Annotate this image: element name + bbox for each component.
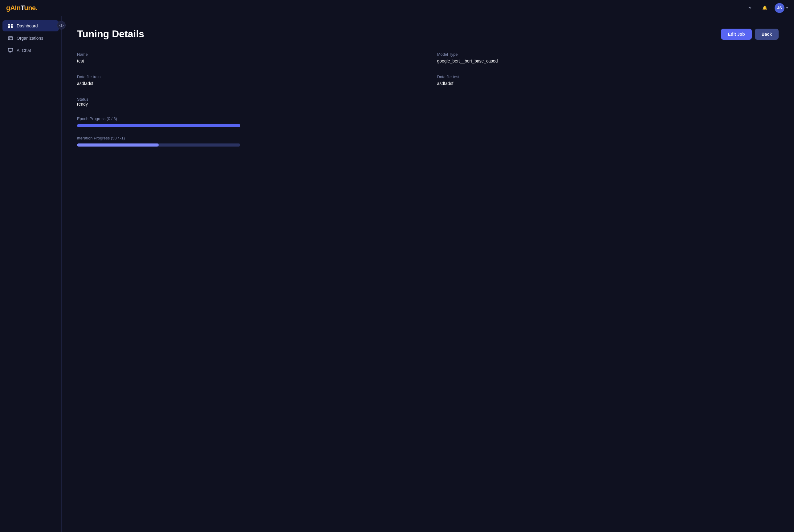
svg-rect-0 [8,24,10,25]
iteration-progress-section: Itteration Progress (50 / -1) [77,136,779,147]
svg-rect-4 [8,37,13,40]
field-model-type: Model Type google_bert__bert_base_cased [437,52,779,63]
svg-rect-3 [11,26,13,28]
epoch-progress-label: Epoch Progress (0 / 3) [77,116,779,121]
name-label: Name [77,52,419,57]
collapse-icon: ◁▷ [59,23,64,27]
back-button[interactable]: Back [755,28,779,40]
epoch-progress-track [77,124,240,127]
data-file-train-label: Data file train [77,75,419,79]
chevron-down-icon: ▾ [786,6,788,10]
sun-icon: ☀ [748,5,752,10]
main-content: Tuning Details Edit Job Back Name test M… [62,16,794,532]
data-file-train-value: asdfadsf [77,81,419,86]
data-file-test-value: asdfadsf [437,81,779,86]
field-data-file-test: Data file test asdfadsf [437,75,779,86]
fields-grid-row2: Data file train asdfadsf Data file test … [77,75,779,86]
svg-rect-1 [11,24,13,25]
iteration-progress-track [77,144,240,147]
status-label: Status [77,97,779,101]
main-layout: ◁▷ Dashboard Organization [0,16,794,532]
sidebar-item-ai-chat[interactable]: AI Chat [2,45,59,56]
header-buttons: Edit Job Back [721,28,779,40]
dashboard-icon [8,23,13,28]
user-menu-button[interactable]: JS ▾ [775,3,788,13]
svg-rect-7 [8,48,13,52]
bell-icon: 🔔 [762,5,768,10]
model-type-value: google_bert__bert_base_cased [437,58,779,63]
sidebar-item-dashboard-label: Dashboard [17,23,38,28]
logo: gAInTune. [6,4,37,12]
iteration-progress-label: Itteration Progress (50 / -1) [77,136,779,140]
name-value: test [77,58,419,63]
theme-toggle-button[interactable]: ☀ [745,3,755,13]
model-type-label: Model Type [437,52,779,57]
status-value: ready [77,101,779,107]
sidebar-item-organizations-label: Organizations [17,36,43,41]
sidebar-item-organizations[interactable]: Organizations [2,33,59,44]
topnav-right: ☀ 🔔 JS ▾ [745,3,788,13]
epoch-progress-fill [77,124,240,127]
content-header: Tuning Details Edit Job Back [77,28,779,40]
iteration-progress-fill [77,144,159,147]
sidebar: ◁▷ Dashboard Organization [0,16,62,532]
epoch-progress-section: Epoch Progress (0 / 3) [77,116,779,127]
edit-job-button[interactable]: Edit Job [721,28,752,40]
sidebar-item-ai-chat-label: AI Chat [17,48,31,53]
svg-rect-2 [8,26,10,28]
notifications-button[interactable]: 🔔 [760,3,770,13]
ai-chat-icon [8,48,13,53]
field-status: Status ready [77,97,779,107]
organizations-icon [8,36,13,41]
field-data-file-train: Data file train asdfadsf [77,75,419,86]
topnav: gAInTune. ☀ 🔔 JS ▾ [0,0,794,16]
sidebar-collapse-button[interactable]: ◁▷ [57,21,66,30]
field-name: Name test [77,52,419,63]
fields-grid-row1: Name test Model Type google_bert__bert_b… [77,52,779,63]
page-title: Tuning Details [77,28,144,40]
avatar: JS [775,3,784,13]
sidebar-item-dashboard[interactable]: Dashboard [2,20,59,32]
data-file-test-label: Data file test [437,75,779,79]
